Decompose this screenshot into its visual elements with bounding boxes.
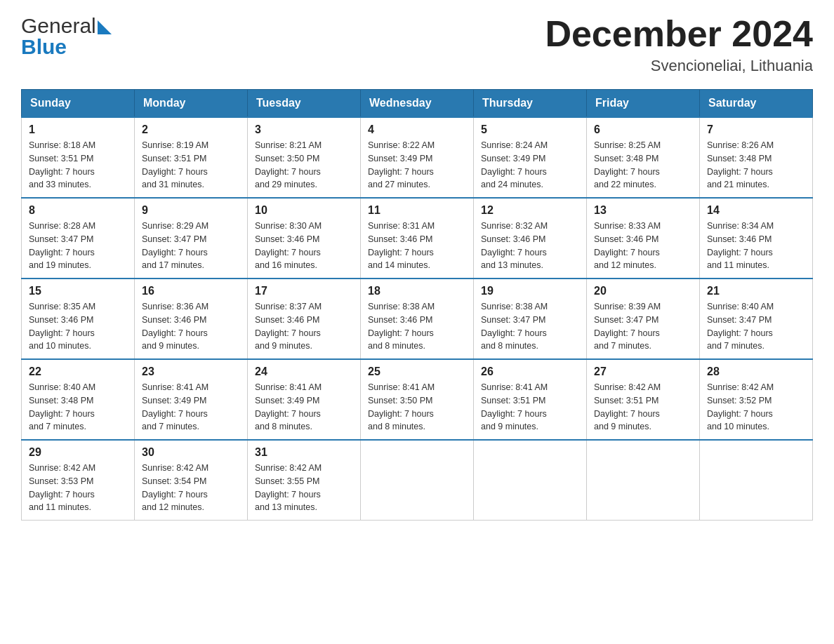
column-header-tuesday: Tuesday <box>248 90 361 118</box>
day-number: 11 <box>368 204 466 217</box>
day-info: Sunrise: 8:42 AMSunset: 3:53 PMDaylight:… <box>29 462 127 514</box>
calendar-week-row: 29Sunrise: 8:42 AMSunset: 3:53 PMDayligh… <box>22 440 813 521</box>
day-number: 22 <box>29 365 127 378</box>
day-number: 20 <box>594 285 692 297</box>
calendar-cell: 17Sunrise: 8:37 AMSunset: 3:46 PMDayligh… <box>248 279 361 359</box>
day-number: 7 <box>707 123 805 136</box>
calendar-cell: 2Sunrise: 8:19 AMSunset: 3:51 PMDaylight… <box>135 117 248 198</box>
calendar-cell: 13Sunrise: 8:33 AMSunset: 3:46 PMDayligh… <box>587 198 700 279</box>
column-header-monday: Monday <box>135 90 248 118</box>
day-info: Sunrise: 8:41 AMSunset: 3:49 PMDaylight:… <box>255 381 353 434</box>
calendar-cell: 11Sunrise: 8:31 AMSunset: 3:46 PMDayligh… <box>361 198 474 279</box>
calendar-cell: 12Sunrise: 8:32 AMSunset: 3:46 PMDayligh… <box>474 198 587 279</box>
day-number: 21 <box>707 285 805 297</box>
calendar-header-row: SundayMondayTuesdayWednesdayThursdayFrid… <box>22 90 813 118</box>
day-number: 15 <box>29 285 127 297</box>
day-number: 13 <box>594 204 692 217</box>
calendar-cell: 22Sunrise: 8:40 AMSunset: 3:48 PMDayligh… <box>22 359 135 440</box>
day-info: Sunrise: 8:24 AMSunset: 3:49 PMDaylight:… <box>481 139 579 192</box>
day-number: 29 <box>29 446 127 459</box>
day-number: 8 <box>29 204 127 217</box>
day-info: Sunrise: 8:39 AMSunset: 3:47 PMDaylight:… <box>594 300 692 353</box>
calendar-cell: 15Sunrise: 8:35 AMSunset: 3:46 PMDayligh… <box>22 279 135 359</box>
calendar-cell: 10Sunrise: 8:30 AMSunset: 3:46 PMDayligh… <box>248 198 361 279</box>
calendar-cell: 23Sunrise: 8:41 AMSunset: 3:49 PMDayligh… <box>135 359 248 440</box>
calendar-cell <box>474 440 587 521</box>
day-info: Sunrise: 8:41 AMSunset: 3:50 PMDaylight:… <box>368 381 466 434</box>
day-number: 30 <box>142 446 240 459</box>
day-number: 27 <box>594 365 692 378</box>
day-number: 17 <box>255 285 353 297</box>
location-subtitle: Svencioneliai, Lithuania <box>545 57 813 75</box>
day-info: Sunrise: 8:32 AMSunset: 3:46 PMDaylight:… <box>481 220 579 272</box>
day-info: Sunrise: 8:28 AMSunset: 3:47 PMDaylight:… <box>29 220 127 272</box>
day-info: Sunrise: 8:30 AMSunset: 3:46 PMDaylight:… <box>255 220 353 272</box>
logo-general-text: General <box>21 14 96 38</box>
calendar-cell: 7Sunrise: 8:26 AMSunset: 3:48 PMDaylight… <box>700 117 813 198</box>
day-info: Sunrise: 8:42 AMSunset: 3:55 PMDaylight:… <box>255 462 353 514</box>
calendar-cell: 26Sunrise: 8:41 AMSunset: 3:51 PMDayligh… <box>474 359 587 440</box>
calendar-cell <box>700 440 813 521</box>
day-number: 25 <box>368 365 466 378</box>
calendar-week-row: 8Sunrise: 8:28 AMSunset: 3:47 PMDaylight… <box>22 198 813 279</box>
calendar-week-row: 22Sunrise: 8:40 AMSunset: 3:48 PMDayligh… <box>22 359 813 440</box>
day-info: Sunrise: 8:37 AMSunset: 3:46 PMDaylight:… <box>255 300 353 353</box>
day-info: Sunrise: 8:40 AMSunset: 3:47 PMDaylight:… <box>707 300 805 353</box>
day-number: 10 <box>255 204 353 217</box>
calendar-cell: 3Sunrise: 8:21 AMSunset: 3:50 PMDaylight… <box>248 117 361 198</box>
day-info: Sunrise: 8:21 AMSunset: 3:50 PMDaylight:… <box>255 139 353 192</box>
calendar-cell: 9Sunrise: 8:29 AMSunset: 3:47 PMDaylight… <box>135 198 248 279</box>
calendar-cell: 31Sunrise: 8:42 AMSunset: 3:55 PMDayligh… <box>248 440 361 521</box>
day-info: Sunrise: 8:22 AMSunset: 3:49 PMDaylight:… <box>368 139 466 192</box>
calendar-cell: 18Sunrise: 8:38 AMSunset: 3:46 PMDayligh… <box>361 279 474 359</box>
day-info: Sunrise: 8:19 AMSunset: 3:51 PMDaylight:… <box>142 139 240 192</box>
calendar-cell: 28Sunrise: 8:42 AMSunset: 3:52 PMDayligh… <box>700 359 813 440</box>
calendar-table: SundayMondayTuesdayWednesdayThursdayFrid… <box>21 89 813 521</box>
logo-blue-text: Blue <box>21 35 67 59</box>
calendar-cell: 30Sunrise: 8:42 AMSunset: 3:54 PMDayligh… <box>135 440 248 521</box>
day-info: Sunrise: 8:29 AMSunset: 3:47 PMDaylight:… <box>142 220 240 272</box>
day-number: 28 <box>707 365 805 378</box>
day-number: 18 <box>368 285 466 297</box>
calendar-cell: 14Sunrise: 8:34 AMSunset: 3:46 PMDayligh… <box>700 198 813 279</box>
day-number: 19 <box>481 285 579 297</box>
day-number: 5 <box>481 123 579 136</box>
day-number: 6 <box>594 123 692 136</box>
day-number: 9 <box>142 204 240 217</box>
calendar-cell: 8Sunrise: 8:28 AMSunset: 3:47 PMDaylight… <box>22 198 135 279</box>
column-header-wednesday: Wednesday <box>361 90 474 118</box>
calendar-cell: 1Sunrise: 8:18 AMSunset: 3:51 PMDaylight… <box>22 117 135 198</box>
calendar-cell: 16Sunrise: 8:36 AMSunset: 3:46 PMDayligh… <box>135 279 248 359</box>
calendar-cell: 27Sunrise: 8:42 AMSunset: 3:51 PMDayligh… <box>587 359 700 440</box>
calendar-cell: 25Sunrise: 8:41 AMSunset: 3:50 PMDayligh… <box>361 359 474 440</box>
calendar-week-row: 15Sunrise: 8:35 AMSunset: 3:46 PMDayligh… <box>22 279 813 359</box>
day-number: 3 <box>255 123 353 136</box>
calendar-cell: 4Sunrise: 8:22 AMSunset: 3:49 PMDaylight… <box>361 117 474 198</box>
day-number: 24 <box>255 365 353 378</box>
day-number: 31 <box>255 446 353 459</box>
calendar-cell <box>587 440 700 521</box>
column-header-sunday: Sunday <box>22 90 135 118</box>
day-info: Sunrise: 8:41 AMSunset: 3:51 PMDaylight:… <box>481 381 579 434</box>
calendar-cell: 5Sunrise: 8:24 AMSunset: 3:49 PMDaylight… <box>474 117 587 198</box>
column-header-friday: Friday <box>587 90 700 118</box>
column-header-saturday: Saturday <box>700 90 813 118</box>
day-info: Sunrise: 8:33 AMSunset: 3:46 PMDaylight:… <box>594 220 692 272</box>
day-info: Sunrise: 8:34 AMSunset: 3:46 PMDaylight:… <box>707 220 805 272</box>
logo: General Blue <box>21 14 112 59</box>
day-number: 14 <box>707 204 805 217</box>
day-number: 4 <box>368 123 466 136</box>
day-info: Sunrise: 8:40 AMSunset: 3:48 PMDaylight:… <box>29 381 127 434</box>
day-number: 23 <box>142 365 240 378</box>
day-info: Sunrise: 8:36 AMSunset: 3:46 PMDaylight:… <box>142 300 240 353</box>
calendar-cell: 29Sunrise: 8:42 AMSunset: 3:53 PMDayligh… <box>22 440 135 521</box>
logo-arrow-icon <box>98 20 112 34</box>
day-info: Sunrise: 8:41 AMSunset: 3:49 PMDaylight:… <box>142 381 240 434</box>
day-info: Sunrise: 8:42 AMSunset: 3:54 PMDaylight:… <box>142 462 240 514</box>
header-right: December 2024 Svencioneliai, Lithuania <box>545 14 813 75</box>
day-number: 1 <box>29 123 127 136</box>
calendar-cell: 24Sunrise: 8:41 AMSunset: 3:49 PMDayligh… <box>248 359 361 440</box>
calendar-cell <box>361 440 474 521</box>
day-info: Sunrise: 8:42 AMSunset: 3:52 PMDaylight:… <box>707 381 805 434</box>
page-header: General Blue December 2024 Svencioneliai… <box>21 14 813 75</box>
